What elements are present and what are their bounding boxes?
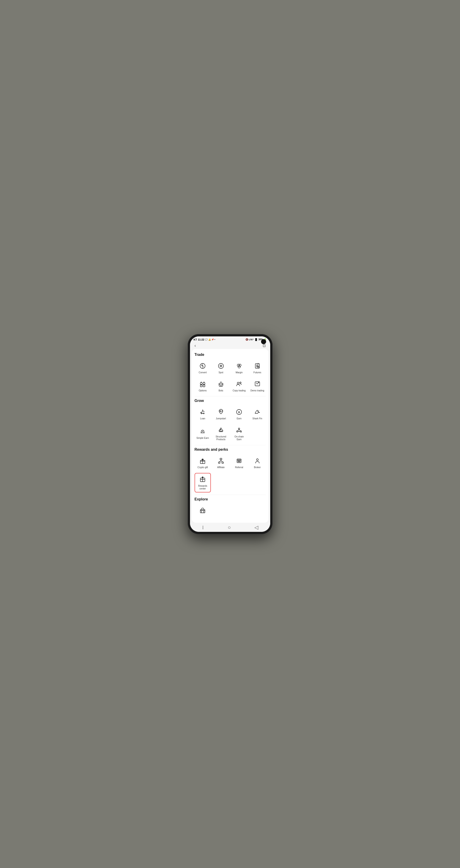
grow-title: Grow xyxy=(194,399,266,403)
svg-rect-32 xyxy=(218,462,220,463)
svg-point-16 xyxy=(221,384,222,385)
svg-point-1 xyxy=(202,366,203,366)
earn-item[interactable]: B Earn xyxy=(231,406,248,422)
svg-rect-38 xyxy=(200,509,205,513)
bots-label: Bots xyxy=(219,389,223,392)
convert-item[interactable]: Convert xyxy=(194,360,211,376)
phone-frame: KT 11:22 💬 🔔 📌 • 🔇 LTE⁺ ▐▌ 30% 🔋 ‹ ⊡ Tra… xyxy=(188,334,273,534)
loan-item[interactable]: Loan xyxy=(194,406,211,422)
rewards-placeholder-3 xyxy=(249,473,266,492)
loan-icon xyxy=(198,408,207,416)
grow-grid-row1: Loan Jumpstart xyxy=(194,406,266,422)
earn-icon: B xyxy=(235,408,243,416)
svg-point-4 xyxy=(220,366,221,366)
rewards-grid-row1: B Crypto gift xyxy=(194,455,266,471)
simple-earn-icon xyxy=(198,427,207,436)
simple-earn-label: Simple Earn xyxy=(196,437,209,439)
explore-title: Explore xyxy=(194,497,266,501)
nav-menu-icon[interactable]: ⫶ xyxy=(202,525,204,530)
bottom-nav-bar: ⫶ ○ ◁ xyxy=(190,523,270,532)
margin-item[interactable]: Margin xyxy=(231,360,248,376)
on-chain-earn-item[interactable]: On-chain Earn xyxy=(231,424,248,443)
copy-trading-item[interactable]: Copy trading xyxy=(231,378,248,394)
rewards-grid-row2: Rewards center xyxy=(194,473,266,492)
referral-label: Referral xyxy=(235,466,243,469)
spot-item[interactable]: Spot xyxy=(213,360,229,376)
carrier: KT xyxy=(194,338,197,341)
camera-hole xyxy=(261,339,266,344)
svg-point-15 xyxy=(220,384,220,385)
rewards-placeholder-2 xyxy=(231,473,248,492)
shark-fin-label: Shark Fin xyxy=(252,417,262,420)
copy-trading-label: Copy trading xyxy=(233,389,246,392)
explore-placeholder-3 xyxy=(249,504,266,518)
affiliate-item[interactable]: Affiliate xyxy=(213,455,229,471)
trade-grid-row1: Convert Spot xyxy=(194,360,266,376)
crypto-gift-item[interactable]: B Crypto gift xyxy=(194,455,211,471)
svg-rect-11 xyxy=(203,383,205,384)
structured-products-icon xyxy=(217,426,225,434)
bots-icon xyxy=(217,380,225,388)
rewards-section: Rewards and perks B xyxy=(194,447,266,492)
explore-section: Explore xyxy=(194,497,266,518)
options-item[interactable]: Options xyxy=(194,378,211,394)
rewards-center-icon xyxy=(198,475,207,484)
referral-item[interactable]: Referral xyxy=(231,455,248,471)
demo-trading-item[interactable]: Demo trading xyxy=(249,378,266,394)
structured-products-item[interactable]: Structured Products xyxy=(213,424,229,443)
explore-store-item[interactable] xyxy=(194,504,211,518)
svg-point-17 xyxy=(220,381,221,382)
svg-point-18 xyxy=(237,382,239,384)
svg-rect-10 xyxy=(200,383,202,384)
svg-text:B: B xyxy=(238,411,240,414)
broker-item[interactable]: Broker xyxy=(249,455,266,471)
affiliate-icon xyxy=(217,457,225,465)
loan-label: Loan xyxy=(200,417,205,420)
explore-placeholder-1 xyxy=(213,504,229,518)
trade-section: Trade Convert xyxy=(194,353,266,394)
nav-back-icon[interactable]: ◁ xyxy=(254,525,258,530)
phone-screen: KT 11:22 💬 🔔 📌 • 🔇 LTE⁺ ▐▌ 30% 🔋 ‹ ⊡ Tra… xyxy=(190,336,270,532)
jumpstart-item[interactable]: Jumpstart xyxy=(213,406,229,422)
svg-point-19 xyxy=(240,382,241,383)
futures-icon xyxy=(253,362,262,370)
options-icon xyxy=(198,380,207,388)
trade-grid-row2: Options xyxy=(194,378,266,394)
spot-icon xyxy=(217,362,225,370)
grow-grid-row2: Simple Earn Structured Products xyxy=(194,424,266,443)
simple-earn-item[interactable]: Simple Earn xyxy=(194,424,211,443)
shark-fin-item[interactable]: Shark Fin xyxy=(249,406,266,422)
spot-label: Spot xyxy=(218,371,223,374)
futures-item[interactable]: Futures xyxy=(249,360,266,376)
svg-rect-34 xyxy=(237,459,241,463)
affiliate-label: Affiliate xyxy=(217,466,225,469)
time: 11:22 xyxy=(198,338,204,341)
rewards-center-item[interactable]: Rewards center xyxy=(194,473,211,492)
svg-point-26 xyxy=(238,428,240,429)
back-button[interactable]: ‹ xyxy=(194,343,196,348)
options-label: Options xyxy=(199,389,207,392)
svg-point-36 xyxy=(256,459,258,461)
convert-icon xyxy=(198,362,207,370)
mute-icon: 🔇 xyxy=(245,338,248,341)
bots-item[interactable]: Bots xyxy=(213,378,229,394)
svg-rect-31 xyxy=(220,458,222,460)
signal-icon: ▐▌ xyxy=(254,338,257,341)
demo-trading-icon xyxy=(253,380,262,388)
demo-trading-label: Demo trading xyxy=(250,389,264,392)
grow-section: Grow Loan xyxy=(194,399,266,443)
store-icon xyxy=(198,506,207,515)
margin-icon xyxy=(235,362,243,370)
nav-home-icon[interactable]: ○ xyxy=(228,525,231,530)
main-content: Trade Convert xyxy=(192,349,268,523)
status-left: KT 11:22 💬 🔔 📌 • xyxy=(194,338,215,341)
rewards-title: Rewards and perks xyxy=(194,447,266,452)
referral-icon xyxy=(235,457,243,465)
broker-label: Broker xyxy=(254,466,260,469)
rewards-center-label: Rewards center xyxy=(196,485,210,490)
margin-label: Margin xyxy=(236,371,243,374)
structured-products-label: Structured Products xyxy=(214,435,228,441)
futures-label: Futures xyxy=(253,371,261,374)
crypto-gift-icon: B xyxy=(198,457,207,465)
svg-rect-35 xyxy=(238,460,240,462)
